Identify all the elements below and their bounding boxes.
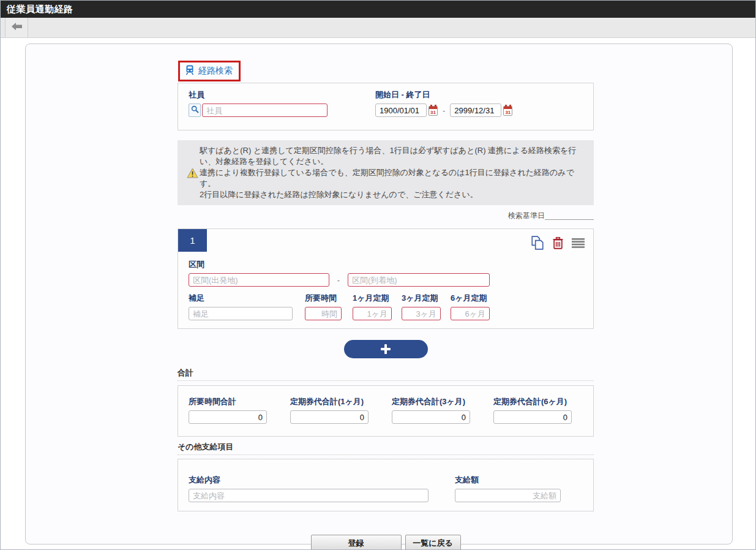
delete-row-button[interactable] [552, 236, 564, 252]
add-row-button[interactable] [344, 340, 428, 358]
page-title: 従業員通勤経路 [7, 4, 73, 15]
total-pass6-label: 定期券代合計(6ヶ月) [493, 397, 572, 406]
total-pass6-field: 定期券代合計(6ヶ月) [493, 397, 572, 425]
warning-banner: 駅すぱあと(R) と連携して定期区間控除を行う場合、1行目は必ず駅すぱあと(R)… [178, 140, 594, 205]
employee-date-box: 社員 開始日 - 終了日 [178, 83, 594, 130]
total-pass1-input[interactable] [290, 410, 369, 424]
annotation-highlight: 経路検索 [178, 61, 241, 81]
route-row-card: 1 [178, 228, 594, 329]
pass3-label: 3ヶ月定期 [402, 293, 451, 303]
employee-field-group: 社員 [189, 90, 375, 123]
search-base-date-line [545, 211, 594, 220]
trash-icon [552, 236, 564, 252]
detail-labels-row: 補足 所要時間 1ヶ月定期 3ヶ月定期 6ヶ月定期 [189, 293, 583, 307]
section-separator: - [336, 276, 341, 285]
note-label: 補足 [189, 293, 305, 303]
section-from-input[interactable] [189, 273, 329, 287]
end-date-calendar-icon[interactable]: 31 [503, 106, 512, 116]
pass1-label: 1ヶ月定期 [353, 293, 402, 303]
search-base-date-label: 検索基準日 [508, 211, 545, 220]
footer-actions: 登録 一覧に戻る [178, 535, 594, 550]
other-payment-box: 支給内容 支給額 [178, 459, 594, 511]
menu-icon [572, 238, 585, 251]
total-pass3-field: 定期券代合計(3ヶ月) [392, 397, 470, 425]
register-button[interactable]: 登録 [311, 535, 402, 550]
payment-amount-input[interactable] [455, 489, 561, 502]
train-icon [185, 65, 195, 77]
end-date-input[interactable] [450, 104, 501, 117]
other-payment-section-title: その他支給項目 [178, 442, 594, 455]
warning-line-1: 駅すぱあと(R) と連携して定期区間控除を行う場合、1行目は必ず駅すぱあと(R)… [200, 145, 586, 167]
copy-row-button[interactable] [531, 236, 544, 252]
back-button[interactable] [5, 18, 28, 37]
magnifier-icon [191, 105, 199, 116]
warning-text: 駅すぱあと(R) と連携して定期区間控除を行う場合、1行目は必ず駅すぱあと(R)… [200, 145, 586, 200]
warning-line-3: 2行目以降に登録された経路は控除対象になりませんので、ご注意ください。 [200, 189, 586, 200]
payment-content-input[interactable] [189, 489, 429, 502]
start-date-input[interactable] [375, 104, 427, 117]
route-search-link[interactable]: 経路検索 [185, 65, 233, 77]
total-time-field: 所要時間合計 [189, 397, 267, 425]
toolbar [1, 18, 755, 38]
drag-handle-button[interactable] [572, 238, 585, 251]
payment-amount-label: 支給額 [455, 475, 561, 484]
payment-content-field: 支給内容 [189, 475, 455, 501]
totals-box: 所要時間合計 定期券代合計(1ヶ月) 定期券代合計(3ヶ月) 定期券代合計(6ヶ… [178, 385, 594, 437]
total-pass1-field: 定期券代合計(1ヶ月) [290, 397, 369, 425]
payment-amount-field: 支給額 [455, 475, 561, 501]
row-index-badge: 1 [178, 229, 207, 252]
section-inputs-row: - [189, 273, 583, 287]
employee-lookup-button[interactable] [189, 104, 201, 117]
section-label: 区間 [189, 260, 583, 269]
employee-input[interactable] [202, 104, 327, 117]
form-column: 経路検索 社員 [178, 44, 594, 550]
row-actions [531, 236, 585, 252]
copy-icon [531, 236, 544, 252]
arrow-left-icon [12, 22, 22, 33]
date-range-separator: - [443, 106, 445, 115]
total-pass3-input[interactable] [392, 410, 470, 424]
total-pass6-input[interactable] [493, 410, 572, 424]
total-pass3-label: 定期券代合計(3ヶ月) [392, 397, 470, 406]
total-time-input[interactable] [189, 410, 267, 424]
date-range-label: 開始日 - 終了日 [375, 90, 512, 99]
section-to-input[interactable] [348, 273, 490, 287]
totals-section-title: 合計 [178, 368, 594, 381]
route-search-label: 経路検索 [198, 66, 233, 77]
time-input[interactable] [305, 307, 342, 320]
note-input[interactable] [189, 307, 293, 320]
pass3-input[interactable] [402, 307, 441, 320]
date-range-field-group: 開始日 - 終了日 31 - 31 [375, 90, 512, 123]
employee-label: 社員 [189, 90, 375, 99]
pass1-input[interactable] [353, 307, 392, 320]
pass6-input[interactable] [451, 307, 490, 320]
detail-inputs-row [189, 307, 583, 320]
warning-line-2: 連携により複数行登録している場合でも、定期区間控除の対象となるのは1行目に登録さ… [200, 167, 586, 189]
total-time-label: 所要時間合計 [189, 397, 267, 406]
back-to-list-button[interactable]: 一覧に戻る [405, 535, 461, 550]
payment-content-label: 支給内容 [189, 475, 455, 484]
start-date-calendar-icon[interactable]: 31 [429, 106, 438, 116]
search-base-date-row: 検索基準日 [178, 210, 594, 220]
warning-triangle-icon [185, 168, 200, 178]
pass6-label: 6ヶ月定期 [451, 293, 490, 303]
title-bar: 従業員通勤経路 [1, 1, 755, 18]
main-panel: 経路検索 社員 [25, 43, 733, 544]
total-pass1-label: 定期券代合計(1ヶ月) [290, 397, 369, 406]
time-label: 所要時間 [305, 293, 353, 303]
